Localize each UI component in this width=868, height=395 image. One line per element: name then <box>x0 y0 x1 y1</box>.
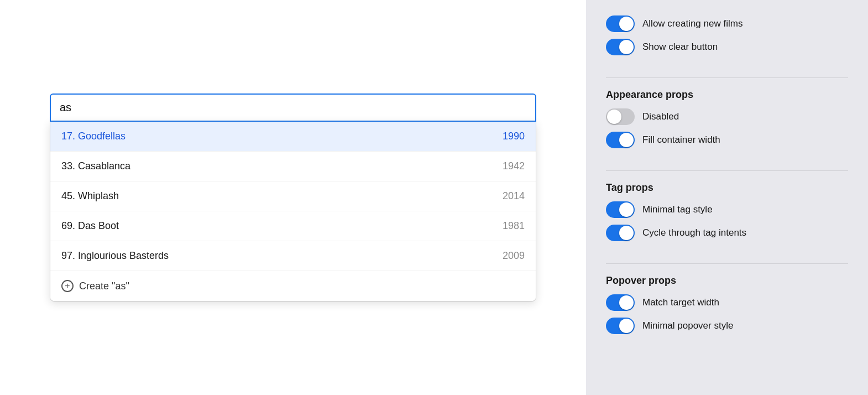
toggle-row-minimal-tag: Minimal tag style <box>606 201 848 218</box>
toggle-track-minimal-popover <box>606 318 635 334</box>
toggle-label-match-target: Match target width <box>642 297 719 308</box>
toggle-track-allow-creating <box>606 15 635 32</box>
toggle-show-clear[interactable] <box>606 39 635 55</box>
item-name-4: 97. Inglourious Basterds <box>61 250 169 262</box>
toggle-label-fill-container: Fill container width <box>642 134 720 145</box>
divider-1 <box>606 77 848 78</box>
toggle-cycle-tag[interactable] <box>606 225 635 241</box>
divider-2 <box>606 170 848 171</box>
search-input[interactable] <box>60 101 526 114</box>
divider-3 <box>606 263 848 264</box>
toggle-row-fill-container: Fill container width <box>606 132 848 148</box>
top-toggles-section: Allow creating new filmsShow clear butto… <box>606 15 848 62</box>
toggle-thumb-disabled <box>607 110 621 124</box>
toggle-disabled[interactable] <box>606 108 635 125</box>
dropdown-item-1[interactable]: 33. Casablanca 1942 <box>50 152 536 181</box>
dropdown-item-0[interactable]: 17. Goodfellas 1990 <box>50 122 536 152</box>
tag-title: Tag props <box>606 182 848 194</box>
toggle-thumb-minimal-popover <box>619 319 634 333</box>
toggle-match-target[interactable] <box>606 294 635 311</box>
toggle-thumb-cycle-tag <box>619 226 634 240</box>
dropdown-item-2[interactable]: 45. Whiplash 2014 <box>50 181 536 211</box>
item-name-3: 69. Das Boot <box>61 220 119 232</box>
tag-section: Tag props Minimal tag styleCycle through… <box>606 180 848 248</box>
toggle-row-allow-creating: Allow creating new films <box>606 15 848 32</box>
toggle-track-fill-container <box>606 132 635 148</box>
toggle-track-show-clear <box>606 39 635 55</box>
toggle-thumb-show-clear <box>619 40 634 54</box>
toggle-thumb-allow-creating <box>619 17 634 31</box>
toggle-row-cycle-tag: Cycle through tag intents <box>606 225 848 241</box>
create-label: Create "as" <box>79 280 129 292</box>
popover-title: Popover props <box>606 275 848 287</box>
item-name-0: 17. Goodfellas <box>61 131 126 142</box>
create-icon: + <box>61 280 74 292</box>
toggle-label-cycle-tag: Cycle through tag intents <box>642 227 746 238</box>
toggle-track-match-target <box>606 294 635 311</box>
item-year-3: 1981 <box>503 220 525 232</box>
right-panel: Allow creating new filmsShow clear butto… <box>586 0 868 395</box>
toggle-fill-container[interactable] <box>606 132 635 148</box>
toggle-track-cycle-tag <box>606 225 635 241</box>
create-item[interactable]: + Create "as" <box>50 271 536 301</box>
search-widget: 17. Goodfellas 1990 33. Casablanca 1942 … <box>50 93 536 302</box>
search-input-wrapper <box>50 93 536 122</box>
dropdown-item-4[interactable]: 97. Inglourious Basterds 2009 <box>50 241 536 271</box>
toggle-track-disabled <box>606 108 635 125</box>
toggle-track-minimal-tag <box>606 201 635 218</box>
item-name-1: 33. Casablanca <box>61 160 130 172</box>
toggle-label-show-clear: Show clear button <box>642 41 718 53</box>
toggle-thumb-minimal-tag <box>619 202 634 217</box>
toggle-minimal-popover[interactable] <box>606 318 635 334</box>
item-year-1: 1942 <box>503 160 525 172</box>
toggle-label-disabled: Disabled <box>642 111 679 122</box>
toggle-row-disabled: Disabled <box>606 108 848 125</box>
appearance-section: Appearance props DisabledFill container … <box>606 87 848 155</box>
item-year-0: 1990 <box>503 131 525 142</box>
dropdown-list: 17. Goodfellas 1990 33. Casablanca 1942 … <box>50 122 536 302</box>
toggle-row-show-clear: Show clear button <box>606 39 848 55</box>
toggle-row-minimal-popover: Minimal popover style <box>606 318 848 334</box>
toggle-minimal-tag[interactable] <box>606 201 635 218</box>
left-panel: 17. Goodfellas 1990 33. Casablanca 1942 … <box>0 0 586 395</box>
popover-section: Popover props Match target widthMinimal … <box>606 273 848 341</box>
item-name-2: 45. Whiplash <box>61 190 119 202</box>
item-year-4: 2009 <box>503 250 525 262</box>
item-year-2: 2014 <box>503 190 525 202</box>
dropdown-item-3[interactable]: 69. Das Boot 1981 <box>50 211 536 241</box>
appearance-title: Appearance props <box>606 89 848 101</box>
toggle-thumb-fill-container <box>619 133 634 147</box>
toggle-label-minimal-tag: Minimal tag style <box>642 204 713 215</box>
toggle-row-match-target: Match target width <box>606 294 848 311</box>
toggle-thumb-match-target <box>619 295 634 310</box>
toggle-allow-creating[interactable] <box>606 15 635 32</box>
toggle-label-allow-creating: Allow creating new films <box>642 18 742 29</box>
toggle-label-minimal-popover: Minimal popover style <box>642 320 733 331</box>
